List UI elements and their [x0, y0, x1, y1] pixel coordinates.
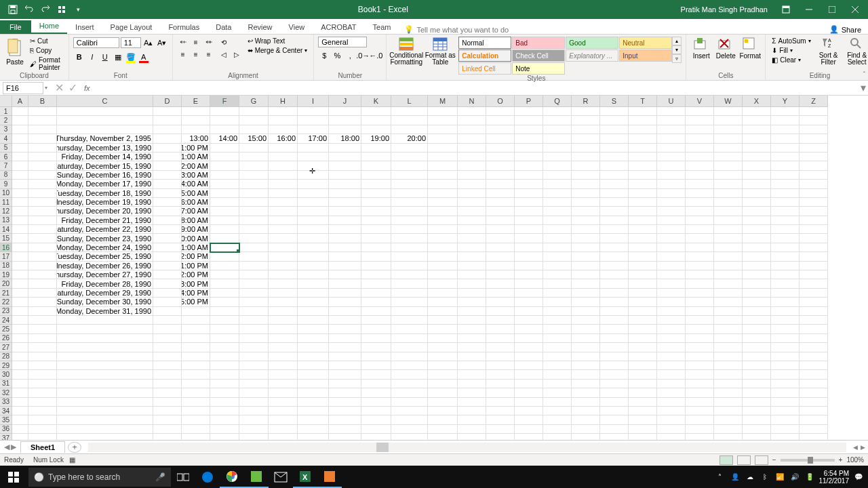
cell-Q32[interactable] — [543, 388, 572, 397]
cell-U12[interactable] — [657, 207, 686, 216]
cell-D33[interactable] — [153, 398, 182, 407]
col-header-K[interactable]: K — [361, 96, 391, 107]
cell-G10[interactable] — [239, 189, 269, 198]
cell-H14[interactable] — [269, 225, 298, 234]
cell-K32[interactable] — [361, 388, 391, 397]
cell-S26[interactable] — [600, 334, 629, 343]
cell-E32[interactable] — [182, 388, 210, 397]
cell-D16[interactable] — [153, 243, 182, 252]
cell-A28[interactable] — [12, 352, 28, 361]
accounting-button[interactable]: $ — [318, 49, 330, 62]
cell-E7[interactable]: 2:00 AM — [182, 161, 210, 170]
cell-J20[interactable] — [329, 279, 361, 288]
cell-B2[interactable] — [28, 116, 57, 125]
cell-R17[interactable] — [572, 252, 600, 261]
cell-W18[interactable] — [714, 262, 743, 270]
style-neutral[interactable]: Neutral — [619, 37, 672, 49]
sheet-nav-next[interactable]: ▶ — [11, 443, 16, 451]
cell-T34[interactable] — [629, 407, 657, 415]
cell-L28[interactable] — [391, 352, 428, 361]
cell-G7[interactable] — [239, 161, 269, 170]
cell-T13[interactable] — [629, 216, 657, 225]
cell-P2[interactable] — [515, 116, 543, 125]
cell-W30[interactable] — [714, 370, 743, 379]
style-note[interactable]: Note — [512, 62, 565, 75]
cell-U22[interactable] — [657, 298, 686, 306]
close-button[interactable] — [845, 0, 865, 19]
cell-N12[interactable] — [458, 207, 486, 216]
taskbar-excel[interactable]: X — [293, 466, 317, 488]
cell-N13[interactable] — [458, 216, 486, 225]
cell-I3[interactable] — [298, 125, 329, 134]
cell-J6[interactable] — [329, 152, 361, 161]
cell-O27[interactable] — [486, 343, 515, 352]
cell-X13[interactable] — [743, 216, 771, 225]
cell-I28[interactable] — [298, 352, 329, 361]
cell-Y3[interactable] — [771, 125, 800, 134]
cell-S12[interactable] — [600, 207, 629, 216]
cell-C14[interactable]: Saturday, December 22, 1990 — [57, 225, 153, 234]
cell-J18[interactable] — [329, 262, 361, 270]
cell-R29[interactable] — [572, 361, 600, 370]
cell-O1[interactable] — [486, 107, 515, 116]
cell-K8[interactable] — [361, 171, 391, 180]
cell-K10[interactable] — [361, 189, 391, 198]
cell-I8[interactable] — [298, 171, 329, 180]
tell-me[interactable]: 💡 Tell me what you want to do — [404, 25, 509, 34]
cell-Q5[interactable] — [543, 144, 572, 152]
cell-U13[interactable] — [657, 216, 686, 225]
col-header-Z[interactable]: Z — [800, 96, 828, 107]
align-top[interactable]: ⬴ — [177, 37, 189, 47]
cell-N3[interactable] — [458, 125, 486, 134]
cell-E2[interactable] — [182, 116, 210, 125]
cell-D30[interactable] — [153, 370, 182, 379]
cell-M29[interactable] — [428, 361, 458, 370]
row-header-11[interactable]: 11 — [0, 198, 12, 207]
cell-L11[interactable] — [391, 198, 428, 207]
cell-Z18[interactable] — [800, 262, 828, 270]
cell-D36[interactable] — [153, 425, 182, 434]
cell-M7[interactable] — [428, 161, 458, 170]
cell-Q18[interactable] — [543, 262, 572, 270]
qat-customize[interactable] — [54, 2, 69, 17]
cell-O28[interactable] — [486, 352, 515, 361]
clear-button[interactable]: ◧Clear▾ — [770, 56, 812, 64]
cell-I22[interactable] — [298, 298, 329, 306]
cell-Z31[interactable] — [800, 380, 828, 388]
cell-C26[interactable] — [57, 334, 153, 343]
cell-J15[interactable] — [329, 234, 361, 243]
cell-W24[interactable] — [714, 316, 743, 325]
cell-R12[interactable] — [572, 207, 600, 216]
cell-Q22[interactable] — [543, 298, 572, 306]
cell-B22[interactable] — [28, 298, 57, 306]
cell-C13[interactable]: Friday, December 21, 1990 — [57, 216, 153, 225]
align-middle[interactable]: ≡ — [190, 37, 202, 47]
formula-expand[interactable]: ▾ — [859, 81, 868, 94]
cell-N2[interactable] — [458, 116, 486, 125]
cell-R24[interactable] — [572, 316, 600, 325]
cell-X2[interactable] — [743, 116, 771, 125]
cell-F23[interactable] — [210, 307, 239, 316]
cell-Z23[interactable] — [800, 307, 828, 316]
cell-F17[interactable] — [210, 252, 239, 261]
col-header-Y[interactable]: Y — [771, 96, 800, 107]
format-cells-button[interactable]: Format — [739, 37, 761, 60]
cell-Y10[interactable] — [771, 189, 800, 198]
cell-O15[interactable] — [486, 234, 515, 243]
cell-C4[interactable]: Thursday, November 2, 1995 — [57, 134, 153, 143]
cell-K35[interactable] — [361, 415, 391, 424]
cell-F32[interactable] — [210, 388, 239, 397]
cell-P34[interactable] — [515, 407, 543, 415]
share-button[interactable]: 👤 Share — [829, 25, 861, 34]
cell-A17[interactable] — [12, 252, 28, 261]
cell-W23[interactable] — [714, 307, 743, 316]
cell-K2[interactable] — [361, 116, 391, 125]
horizontal-scrollbar[interactable] — [88, 443, 846, 452]
cell-Y18[interactable] — [771, 262, 800, 270]
cell-R15[interactable] — [572, 234, 600, 243]
cell-T27[interactable] — [629, 343, 657, 352]
cell-R30[interactable] — [572, 370, 600, 379]
cell-C5[interactable]: Thursday, December 13, 1990 — [57, 144, 153, 152]
cell-M30[interactable] — [428, 370, 458, 379]
cell-Y22[interactable] — [771, 298, 800, 306]
